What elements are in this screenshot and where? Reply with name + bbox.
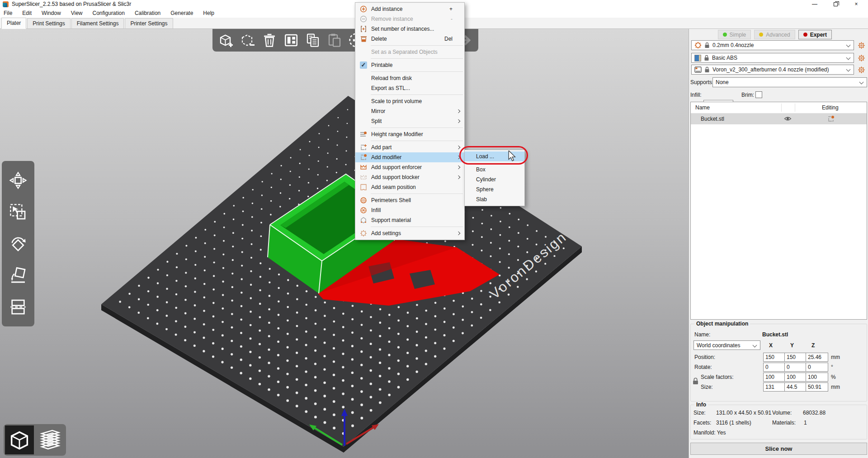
remove-object-button[interactable] (239, 31, 257, 49)
position-y-field[interactable] (784, 353, 807, 362)
tab-printer-settings[interactable]: Printer Settings (125, 18, 173, 28)
printer-preset-row: Voron_v2_300_afterburner 0.4 nozzle (mod… (691, 65, 854, 75)
print-preset-value: 0.2mm 0.4nozzle (712, 42, 754, 48)
menu-window[interactable]: Window (42, 10, 61, 16)
3d-viewport[interactable]: VoronDesign (0, 29, 689, 458)
object-manipulation-panel: Object manipulation Name: Bucket.stl Wor… (690, 324, 867, 401)
visibility-eye-icon[interactable] (784, 115, 792, 122)
filament-preset-select[interactable]: Basic ABS (691, 53, 854, 63)
menu-separator (371, 71, 463, 72)
scale-button[interactable] (9, 203, 27, 221)
3d-view-button[interactable] (5, 425, 34, 454)
menu-item-delete[interactable]: Delete Del (355, 34, 464, 44)
menu-item-remove-instance[interactable]: Remove instance - (355, 14, 464, 24)
submenu-item-cylinder[interactable]: Cylinder (465, 175, 524, 184)
close-button[interactable]: × (849, 0, 863, 8)
slice-now-button[interactable]: Slice now (690, 443, 867, 455)
filament-settings-gear-button[interactable] (857, 53, 866, 62)
infill-icon (359, 206, 368, 214)
scale-x-field[interactable] (763, 373, 786, 382)
coordinates-select[interactable]: World coordinates (693, 340, 760, 350)
object-row-bucket[interactable]: Bucket.stl (691, 113, 867, 124)
brim-checkbox[interactable] (755, 91, 762, 98)
rotate-z-field[interactable] (806, 363, 828, 372)
rotate-button[interactable] (9, 235, 27, 253)
mode-simple-button[interactable]: Simple (718, 30, 751, 39)
tab-print-settings[interactable]: Print Settings (27, 18, 70, 28)
layers-view-button[interactable] (36, 425, 65, 454)
position-z-field[interactable] (806, 353, 828, 362)
submenu-item-box[interactable]: Box (465, 165, 524, 175)
delete-all-button[interactable] (260, 31, 278, 49)
minimize-button[interactable]: — (807, 0, 822, 8)
print-settings-gear-button[interactable] (857, 41, 866, 50)
menu-item-set-separated[interactable]: Set as a Separated Objects (355, 47, 464, 57)
menu-item-add-modifier[interactable]: Add modifier (355, 152, 464, 162)
menu-view[interactable]: View (71, 10, 83, 16)
menu-configuration[interactable]: Configuration (93, 10, 125, 16)
menu-item-add-instance[interactable]: Add instance + (355, 4, 464, 14)
submenu-item-slab[interactable]: Slab (465, 194, 524, 204)
info-volume-label: Volume: (772, 410, 792, 416)
position-x-field[interactable] (763, 353, 786, 362)
menu-item-height-range[interactable]: Height range Modifier (355, 129, 464, 139)
menu-item-add-part[interactable]: Add part (355, 142, 464, 152)
printer-preset-select[interactable]: Voron_v2_300_afterburner 0.4 nozzle (mod… (691, 65, 854, 75)
menu-separator (371, 227, 463, 227)
delete-all-icon (261, 32, 278, 48)
menu-separator (371, 94, 463, 95)
menu-item-add-settings[interactable]: Add settings (355, 228, 464, 238)
submenu-item-load[interactable]: Load ... (465, 151, 524, 161)
chevron-down-icon (753, 343, 757, 348)
menu-item-perimeters-shell[interactable]: Perimeters Shell (355, 195, 464, 205)
menu-generate[interactable]: Generate (170, 10, 193, 16)
place-on-face-button[interactable] (9, 266, 27, 284)
rotate-x-field[interactable] (763, 363, 786, 372)
menu-help[interactable]: Help (203, 10, 214, 16)
copy-button[interactable] (304, 31, 322, 49)
menu-item-mirror[interactable]: Mirror (355, 106, 464, 116)
menu-item-export-stl[interactable]: Export as STL... (355, 83, 464, 93)
tab-plater[interactable]: Plater (1, 18, 26, 29)
menu-file[interactable]: File (4, 10, 12, 16)
size-z-field[interactable] (806, 382, 828, 392)
menu-item-add-seam[interactable]: Add seam position (355, 182, 464, 192)
mode-advanced-button[interactable]: Advanced (754, 30, 795, 39)
menu-item-scale-to-volume[interactable]: Scale to print volume (355, 96, 464, 106)
infill-label: Infill: (690, 92, 702, 98)
tab-filament-settings[interactable]: Filament Settings (71, 18, 124, 28)
chevron-down-icon (846, 43, 851, 47)
menu-item-support-material[interactable]: Support material (355, 215, 464, 225)
menu-item-reload[interactable]: Reload from disk (355, 73, 464, 83)
cut-button[interactable] (9, 298, 27, 316)
menu-item-printable[interactable]: ✓ Printable (355, 60, 464, 70)
right-sidebar: Simple Advanced Expert 0.2mm 0.4nozzle (689, 29, 868, 458)
blank-icon (359, 74, 368, 82)
object-manipulation-title: Object manipulation (694, 321, 750, 327)
size-y-field[interactable] (784, 382, 807, 392)
restore-button[interactable] (828, 0, 843, 8)
menu-item-add-support-blocker[interactable]: Add support blocker (355, 172, 464, 182)
scale-y-field[interactable] (784, 373, 807, 382)
menu-item-add-support-enforcer[interactable]: Add support enforcer (355, 162, 464, 172)
mode-expert-button[interactable]: Expert (798, 30, 832, 39)
menu-item-split[interactable]: Split (355, 116, 464, 126)
size-x-field[interactable] (763, 382, 786, 392)
supports-select[interactable]: None (712, 77, 867, 87)
unit-label: ° (831, 364, 833, 370)
menu-separator (371, 45, 463, 46)
arrange-button[interactable] (282, 31, 300, 49)
add-object-button[interactable] (217, 31, 235, 49)
menu-edit[interactable]: Edit (22, 10, 32, 16)
rotate-y-field[interactable] (784, 363, 807, 372)
printer-settings-gear-button[interactable] (857, 65, 866, 74)
paste-button[interactable] (326, 31, 344, 49)
menu-item-infill[interactable]: Infill (355, 205, 464, 215)
submenu-item-sphere[interactable]: Sphere (465, 184, 524, 194)
menu-calibration[interactable]: Calibration (135, 10, 160, 16)
scale-z-field[interactable] (806, 373, 828, 382)
menu-item-set-instances[interactable]: Set number of instances... (355, 24, 464, 34)
move-button[interactable] (9, 171, 27, 189)
editing-icon[interactable] (827, 115, 835, 123)
print-preset-select[interactable]: 0.2mm 0.4nozzle (691, 40, 854, 50)
